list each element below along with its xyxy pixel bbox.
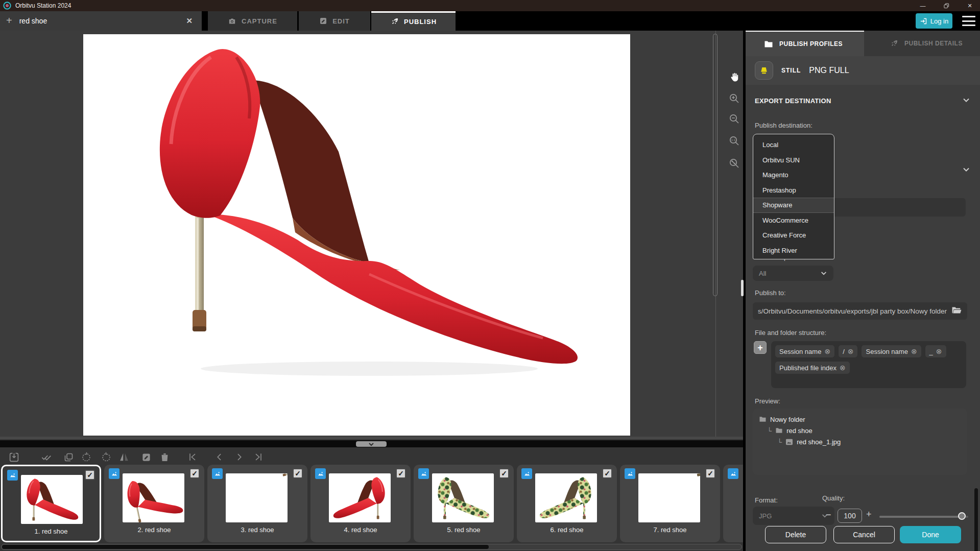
thumbnail-checkbox[interactable]: ✓ [85, 470, 95, 480]
chevron-down-icon[interactable] [962, 96, 970, 104]
zoom-actual-size-tool[interactable]: 1:1 [726, 133, 743, 149]
quality-plus-button[interactable]: + [866, 509, 872, 520]
login-icon [920, 17, 927, 25]
zoom-out-tool[interactable] [726, 111, 743, 127]
dropdown-option-local[interactable]: Local [753, 137, 834, 153]
thumbnail-card-8[interactable] [723, 465, 743, 542]
adjust-icon[interactable] [139, 450, 153, 464]
remove-chip-icon[interactable]: ⊗ [840, 364, 846, 372]
publish-profile-row[interactable]: STILL PNG FULL [746, 56, 980, 85]
remove-chip-icon[interactable]: ⊗ [824, 347, 830, 355]
import-icon[interactable] [7, 450, 20, 464]
browse-folder-icon[interactable] [951, 306, 962, 315]
tab-capture[interactable]: CAPTURE [208, 11, 297, 31]
last-frame-icon[interactable] [252, 450, 265, 464]
done-button[interactable]: Done [900, 526, 961, 543]
structure-tokens-box: Session name⊗ /⊗ Session name⊗ _⊗ Publis… [771, 341, 966, 388]
publish-to-label: Publish to: [755, 289, 786, 297]
tab-publish[interactable]: PUBLISH [371, 11, 456, 31]
thumbnail-checkbox[interactable]: ✓ [396, 468, 406, 478]
preview-tree: Nowy folder └ red shoe └ red shoe_1.jpg [753, 409, 967, 475]
delete-button[interactable]: Delete [765, 526, 826, 543]
tab-publish-details[interactable]: PUBLISH DETAILS [864, 31, 980, 56]
quality-minus-button[interactable]: − [826, 510, 831, 520]
login-button[interactable]: Log in [916, 13, 952, 29]
thumbnail-card-3[interactable]: ✓ 3. red shoe [207, 465, 307, 542]
zoom-fit-tool[interactable] [726, 155, 743, 172]
menu-icon[interactable] [962, 16, 975, 26]
add-structure-token-button[interactable]: + [754, 341, 767, 354]
restore-button[interactable] [936, 0, 957, 11]
first-frame-icon[interactable] [186, 450, 199, 464]
format-label: Format: [755, 496, 778, 504]
flip-horizontal-icon[interactable] [117, 450, 131, 464]
remove-chip-icon[interactable]: ⊗ [848, 347, 854, 355]
tree-item-label: Nowy folder [770, 416, 805, 423]
thumbnail-checkbox[interactable]: ✓ [293, 468, 303, 478]
filmstrip-collapse-handle[interactable] [356, 441, 387, 447]
thumbnail-checkbox[interactable]: ✓ [189, 468, 200, 478]
dropdown-option-shopware[interactable]: Shopware [753, 198, 834, 213]
remove-chip-icon[interactable]: ⊗ [911, 347, 917, 355]
panel-scrollbar[interactable] [974, 488, 978, 551]
rotate-ccw-icon[interactable] [80, 450, 93, 464]
format-select-value: JPG [759, 512, 772, 520]
thumbnail-checkbox[interactable]: ✓ [499, 468, 509, 478]
session-tab[interactable]: + red shoe ✕ [0, 11, 202, 31]
tab-publish-profiles[interactable]: PUBLISH PROFILES [746, 31, 864, 56]
tab-edit-label: EDIT [332, 17, 350, 25]
structure-chip[interactable]: Session name⊗ [862, 345, 921, 357]
thumbnail-card-5[interactable]: ✓ 5. red shoe [414, 465, 514, 542]
cancel-button[interactable]: Cancel [833, 526, 895, 543]
canvas-horizontal-scrollbar[interactable] [0, 437, 743, 441]
panel-resize-handle[interactable] [741, 280, 744, 296]
app-title: Orbitvu Station 2024 [15, 2, 71, 9]
new-session-icon[interactable]: + [6, 15, 12, 27]
rocket-icon [390, 17, 399, 26]
thumbnail-checkbox[interactable]: ✓ [602, 468, 612, 478]
next-frame-icon[interactable] [232, 450, 246, 464]
thumbnail-card-1[interactable]: ✓ 1. red shoe [1, 465, 101, 542]
thumbnail-card-6[interactable]: ✓ 6. red shoe [517, 465, 617, 542]
dropdown-option-bright-river[interactable]: Bright River [753, 243, 834, 258]
delete-frame-icon[interactable] [158, 450, 171, 464]
tab-edit[interactable]: EDIT [299, 11, 370, 31]
rotate-cw-icon[interactable] [99, 450, 112, 464]
minimize-button[interactable]: — [913, 0, 933, 11]
pan-hand-tool[interactable] [726, 69, 743, 85]
zoom-in-tool[interactable] [726, 90, 743, 107]
camera-icon [228, 17, 236, 26]
profile-type-label: STILL [781, 67, 801, 74]
dropdown-option-prestashop[interactable]: Prestashop [753, 183, 834, 198]
main-image-canvas[interactable] [83, 34, 630, 436]
structure-chip[interactable]: _⊗ [925, 345, 946, 357]
duplicate-icon[interactable] [62, 450, 75, 464]
canvas-vertical-scrollbar[interactable] [713, 34, 718, 296]
dropdown-option-woocommerce[interactable]: WooCommerce [753, 213, 834, 228]
close-window-button[interactable]: ✕ [960, 0, 980, 11]
thumbnail-card-2[interactable]: ✓ 2. red shoe [104, 465, 204, 542]
dropdown-option-orbitvu-sun[interactable]: Orbitvu SUN [753, 153, 834, 168]
assets-to-publish-select[interactable]: All [753, 266, 833, 281]
filmstrip-scrollbar[interactable] [2, 545, 489, 549]
previous-frame-icon[interactable] [213, 450, 226, 464]
close-session-icon[interactable]: ✕ [186, 16, 193, 26]
login-label: Log in [930, 17, 948, 25]
structure-chip[interactable]: /⊗ [839, 345, 857, 357]
dropdown-option-magento[interactable]: Magento [753, 167, 834, 183]
thumbnail-checkbox[interactable]: ✓ [705, 468, 715, 478]
structure-chip[interactable]: Session name⊗ [775, 345, 834, 357]
quality-value-field[interactable]: 100 [838, 509, 862, 523]
chevron-down-icon[interactable] [962, 165, 970, 174]
structure-chip[interactable]: Published file index⊗ [775, 362, 850, 374]
publish-to-path-field[interactable]: s/Orbitvu/Documents/orbitvu/exports/jbl … [753, 302, 967, 320]
thumbnail-card-4[interactable]: ✓ 4. red shoe [310, 465, 411, 542]
app-logo-icon [3, 2, 11, 10]
quality-slider-handle[interactable] [958, 512, 966, 520]
format-select[interactable]: JPG [753, 507, 834, 525]
thumbnail-card-7[interactable]: ✓ 7. red shoe [620, 465, 720, 542]
thumbnail-photo [123, 473, 184, 522]
remove-chip-icon[interactable]: ⊗ [936, 347, 942, 355]
dropdown-option-creative-force[interactable]: Creative Force [753, 228, 834, 243]
select-all-icon[interactable] [40, 450, 53, 464]
